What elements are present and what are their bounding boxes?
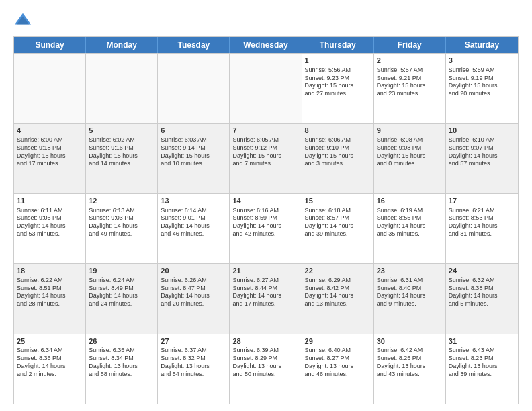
daylight-info: Sunrise: 6:37 AM Sunset: 8:32 PM Dayligh… bbox=[161, 347, 226, 378]
day-header-monday: Monday bbox=[86, 37, 158, 53]
day-cell-27: 27Sunrise: 6:37 AM Sunset: 8:32 PM Dayli… bbox=[158, 334, 230, 404]
daylight-info: Sunrise: 6:29 AM Sunset: 8:42 PM Dayligh… bbox=[305, 277, 371, 308]
day-number: 12 bbox=[89, 196, 154, 206]
day-cell-13: 13Sunrise: 6:14 AM Sunset: 9:01 PM Dayli… bbox=[158, 194, 230, 263]
day-cell-1: 1Sunrise: 5:56 AM Sunset: 9:23 PM Daylig… bbox=[302, 54, 374, 123]
calendar: SundayMondayTuesdayWednesdayThursdayFrid… bbox=[13, 36, 519, 404]
day-cell-10: 10Sunrise: 6:10 AM Sunset: 9:07 PM Dayli… bbox=[446, 124, 518, 193]
daylight-info: Sunrise: 6:24 AM Sunset: 8:49 PM Dayligh… bbox=[89, 277, 154, 308]
day-number: 24 bbox=[449, 266, 515, 276]
day-number: 21 bbox=[232, 266, 298, 276]
day-number: 20 bbox=[161, 266, 226, 276]
day-number: 16 bbox=[377, 196, 443, 206]
day-number: 28 bbox=[232, 336, 298, 347]
day-cell-11: 11Sunrise: 6:11 AM Sunset: 9:05 PM Dayli… bbox=[14, 194, 86, 263]
day-cell-30: 30Sunrise: 6:42 AM Sunset: 8:25 PM Dayli… bbox=[374, 334, 446, 404]
day-cell-29: 29Sunrise: 6:40 AM Sunset: 8:27 PM Dayli… bbox=[302, 334, 374, 404]
day-header-sunday: Sunday bbox=[14, 37, 86, 53]
day-number: 25 bbox=[17, 336, 83, 347]
day-cell-21: 21Sunrise: 6:27 AM Sunset: 8:44 PM Dayli… bbox=[230, 264, 302, 333]
daylight-info: Sunrise: 6:21 AM Sunset: 8:53 PM Dayligh… bbox=[449, 207, 515, 238]
daylight-info: Sunrise: 6:13 AM Sunset: 9:03 PM Dayligh… bbox=[89, 207, 154, 238]
day-number: 15 bbox=[305, 196, 371, 206]
day-number: 27 bbox=[161, 336, 226, 347]
daylight-info: Sunrise: 6:31 AM Sunset: 8:40 PM Dayligh… bbox=[377, 277, 443, 308]
day-header-thursday: Thursday bbox=[302, 37, 374, 53]
empty-cell bbox=[14, 54, 86, 123]
day-cell-9: 9Sunrise: 6:08 AM Sunset: 9:08 PM Daylig… bbox=[374, 124, 446, 193]
calendar-row-2: 4Sunrise: 6:00 AM Sunset: 9:18 PM Daylig… bbox=[14, 123, 518, 193]
daylight-info: Sunrise: 6:43 AM Sunset: 8:23 PM Dayligh… bbox=[449, 347, 515, 378]
day-number: 22 bbox=[305, 266, 371, 276]
daylight-info: Sunrise: 6:19 AM Sunset: 8:55 PM Dayligh… bbox=[377, 207, 443, 238]
daylight-info: Sunrise: 6:18 AM Sunset: 8:57 PM Dayligh… bbox=[305, 207, 371, 238]
daylight-info: Sunrise: 6:05 AM Sunset: 9:12 PM Dayligh… bbox=[232, 136, 298, 168]
day-number: 13 bbox=[161, 196, 226, 206]
day-number: 1 bbox=[305, 56, 371, 66]
day-cell-6: 6Sunrise: 6:03 AM Sunset: 9:14 PM Daylig… bbox=[158, 124, 230, 193]
day-header-saturday: Saturday bbox=[446, 37, 518, 53]
daylight-info: Sunrise: 6:16 AM Sunset: 8:59 PM Dayligh… bbox=[232, 207, 298, 238]
day-number: 11 bbox=[17, 196, 83, 206]
day-number: 26 bbox=[89, 336, 154, 347]
empty-cell bbox=[158, 54, 230, 123]
day-cell-2: 2Sunrise: 5:57 AM Sunset: 9:21 PM Daylig… bbox=[374, 54, 446, 123]
daylight-info: Sunrise: 6:32 AM Sunset: 8:38 PM Dayligh… bbox=[449, 277, 515, 308]
day-cell-25: 25Sunrise: 6:34 AM Sunset: 8:36 PM Dayli… bbox=[14, 334, 86, 404]
day-cell-18: 18Sunrise: 6:22 AM Sunset: 8:51 PM Dayli… bbox=[14, 264, 86, 333]
day-number: 6 bbox=[161, 126, 226, 136]
day-cell-17: 17Sunrise: 6:21 AM Sunset: 8:53 PM Dayli… bbox=[446, 194, 518, 263]
day-number: 7 bbox=[232, 126, 298, 136]
day-cell-24: 24Sunrise: 6:32 AM Sunset: 8:38 PM Dayli… bbox=[446, 264, 518, 333]
day-header-wednesday: Wednesday bbox=[230, 37, 302, 53]
day-number: 17 bbox=[449, 196, 515, 206]
daylight-info: Sunrise: 6:40 AM Sunset: 8:27 PM Dayligh… bbox=[305, 347, 371, 378]
daylight-info: Sunrise: 6:08 AM Sunset: 9:08 PM Dayligh… bbox=[377, 136, 443, 168]
calendar-row-1: 1Sunrise: 5:56 AM Sunset: 9:23 PM Daylig… bbox=[14, 53, 518, 123]
logo bbox=[13, 11, 35, 30]
calendar-row-5: 25Sunrise: 6:34 AM Sunset: 8:36 PM Dayli… bbox=[14, 334, 518, 404]
day-cell-4: 4Sunrise: 6:00 AM Sunset: 9:18 PM Daylig… bbox=[14, 124, 86, 193]
day-cell-16: 16Sunrise: 6:19 AM Sunset: 8:55 PM Dayli… bbox=[374, 194, 446, 263]
daylight-info: Sunrise: 6:00 AM Sunset: 9:18 PM Dayligh… bbox=[17, 136, 83, 168]
daylight-info: Sunrise: 6:26 AM Sunset: 8:47 PM Dayligh… bbox=[161, 277, 226, 308]
day-header-tuesday: Tuesday bbox=[158, 37, 230, 53]
daylight-info: Sunrise: 6:42 AM Sunset: 8:25 PM Dayligh… bbox=[377, 347, 443, 378]
daylight-info: Sunrise: 5:57 AM Sunset: 9:21 PM Dayligh… bbox=[377, 66, 443, 98]
day-number: 2 bbox=[377, 56, 443, 66]
day-cell-5: 5Sunrise: 6:02 AM Sunset: 9:16 PM Daylig… bbox=[86, 124, 158, 193]
day-cell-23: 23Sunrise: 6:31 AM Sunset: 8:40 PM Dayli… bbox=[374, 264, 446, 333]
day-number: 8 bbox=[305, 126, 371, 136]
day-number: 14 bbox=[232, 196, 298, 206]
day-cell-12: 12Sunrise: 6:13 AM Sunset: 9:03 PM Dayli… bbox=[86, 194, 158, 263]
daylight-info: Sunrise: 5:56 AM Sunset: 9:23 PM Dayligh… bbox=[305, 66, 371, 98]
daylight-info: Sunrise: 6:10 AM Sunset: 9:07 PM Dayligh… bbox=[449, 136, 515, 168]
day-cell-31: 31Sunrise: 6:43 AM Sunset: 8:23 PM Dayli… bbox=[446, 334, 518, 404]
day-cell-22: 22Sunrise: 6:29 AM Sunset: 8:42 PM Dayli… bbox=[302, 264, 374, 333]
day-cell-26: 26Sunrise: 6:35 AM Sunset: 8:34 PM Dayli… bbox=[86, 334, 158, 404]
calendar-header: SundayMondayTuesdayWednesdayThursdayFrid… bbox=[14, 37, 518, 53]
daylight-info: Sunrise: 5:59 AM Sunset: 9:19 PM Dayligh… bbox=[449, 66, 515, 98]
day-number: 19 bbox=[89, 266, 154, 276]
day-number: 23 bbox=[377, 266, 443, 276]
daylight-info: Sunrise: 6:14 AM Sunset: 9:01 PM Dayligh… bbox=[161, 207, 226, 238]
daylight-info: Sunrise: 6:02 AM Sunset: 9:16 PM Dayligh… bbox=[89, 136, 154, 168]
daylight-info: Sunrise: 6:22 AM Sunset: 8:51 PM Dayligh… bbox=[17, 277, 83, 308]
daylight-info: Sunrise: 6:06 AM Sunset: 9:10 PM Dayligh… bbox=[305, 136, 371, 168]
day-cell-14: 14Sunrise: 6:16 AM Sunset: 8:59 PM Dayli… bbox=[230, 194, 302, 263]
day-cell-8: 8Sunrise: 6:06 AM Sunset: 9:10 PM Daylig… bbox=[302, 124, 374, 193]
day-header-friday: Friday bbox=[374, 37, 446, 53]
empty-cell bbox=[230, 54, 302, 123]
daylight-info: Sunrise: 6:03 AM Sunset: 9:14 PM Dayligh… bbox=[161, 136, 226, 168]
day-number: 3 bbox=[449, 56, 515, 66]
day-cell-15: 15Sunrise: 6:18 AM Sunset: 8:57 PM Dayli… bbox=[302, 194, 374, 263]
day-number: 18 bbox=[17, 266, 83, 276]
day-number: 10 bbox=[449, 126, 515, 136]
daylight-info: Sunrise: 6:27 AM Sunset: 8:44 PM Dayligh… bbox=[232, 277, 298, 308]
day-number: 31 bbox=[449, 336, 515, 347]
daylight-info: Sunrise: 6:35 AM Sunset: 8:34 PM Dayligh… bbox=[89, 347, 154, 378]
page: SundayMondayTuesdayWednesdayThursdayFrid… bbox=[0, 0, 532, 411]
day-cell-3: 3Sunrise: 5:59 AM Sunset: 9:19 PM Daylig… bbox=[446, 54, 518, 123]
logo-icon bbox=[13, 11, 32, 30]
daylight-info: Sunrise: 6:11 AM Sunset: 9:05 PM Dayligh… bbox=[17, 207, 83, 238]
